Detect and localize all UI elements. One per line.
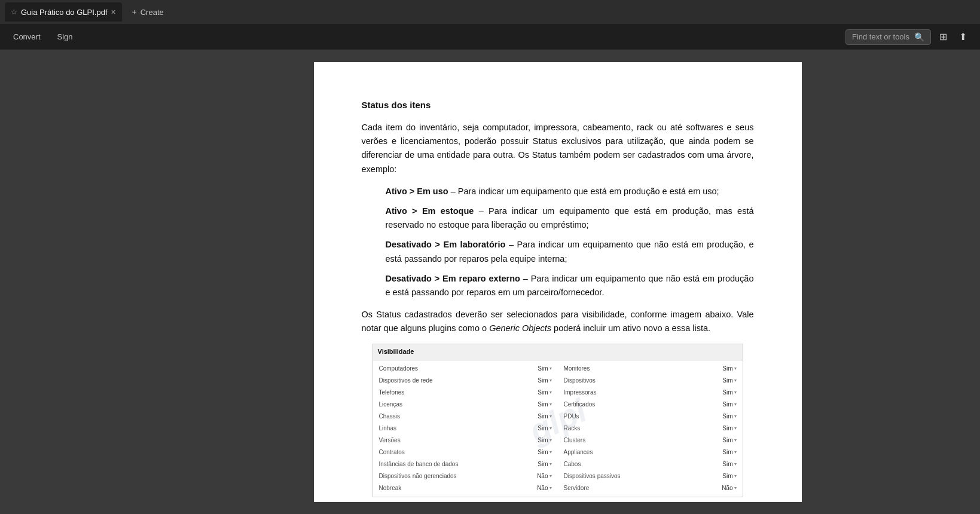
- vis-row: TelefonesSim ▾: [375, 387, 555, 399]
- paragraph-2: Os Status cadastrados deverão ser seleci…: [362, 308, 754, 335]
- vis-row-label: PDUs: [564, 412, 579, 421]
- bullet-item-1: Ativo > Em uso – Para indicar um equipam…: [386, 185, 754, 198]
- vis-row: LicençasSim ▾: [375, 399, 555, 411]
- vis-row-val: Sim ▾: [722, 388, 736, 397]
- vis-row-label: Chassis: [379, 412, 401, 421]
- share-button[interactable]: ⬆: [955, 29, 970, 45]
- vis-row: ComputadoresSim ▾: [375, 363, 555, 375]
- vis-row: ChassisSim ▾: [375, 411, 555, 423]
- vis-row-val: Sim ▾: [538, 460, 551, 469]
- vis-row-val: Sim ▾: [538, 388, 551, 397]
- vis-row-label: Linhas: [379, 424, 396, 433]
- bullet-bold-2: Ativo > Em estoque: [386, 206, 474, 216]
- vis-row: Dispositivos de redeSim ▾: [375, 375, 555, 387]
- vis-row: VersõesSim ▾: [375, 435, 555, 446]
- pdf-viewer[interactable]: Status dos itens Cada item do inventário…: [135, 50, 980, 514]
- bullet-list: Ativo > Em uso – Para indicar um equipam…: [386, 185, 754, 299]
- vis-row-label: Servidore: [564, 484, 590, 493]
- bullet-text-1: – Para indicar um equipamento que está e…: [448, 186, 719, 196]
- vis-row-label: Nobreak: [379, 484, 402, 493]
- vis-row-val: Não ▾: [722, 484, 736, 493]
- vis-row: ImpressorasSim ▾: [560, 387, 740, 399]
- vis-row-val: Sim ▾: [722, 460, 736, 469]
- vis-row-label: Dispositivos: [564, 376, 596, 386]
- vis-row-val: Sim ▾: [722, 364, 736, 374]
- vis-row: ContratosSim ▾: [375, 446, 555, 458]
- visibility-header: Visibilidade: [373, 344, 743, 360]
- vis-row-val: Sim ▾: [538, 412, 551, 421]
- vis-row-val: Não ▾: [537, 472, 551, 481]
- tab-pdf[interactable]: ☆ Guia Prático do GLPI.pdf ×: [5, 2, 122, 22]
- toolbar: Convert Sign Find text or tools 🔍 ⊞ ⬆: [0, 24, 980, 50]
- page-content: Status dos itens Cada item do inventário…: [314, 62, 802, 502]
- bullet-item-4: Desativado > Em reparo externo – Para in…: [386, 272, 754, 299]
- vis-row-label: Dispositivos de rede: [379, 376, 433, 386]
- vis-row-label: Racks: [564, 424, 581, 433]
- paragraph-1: Cada item do inventário, seja computador…: [362, 121, 754, 176]
- vis-row: PDUsSim ▾: [560, 411, 740, 423]
- plus-icon: ＋: [130, 7, 138, 17]
- section-title: Status dos itens: [362, 98, 754, 112]
- vis-row-label: Instâncias de banco de dados: [379, 460, 459, 469]
- vis-row-val: Sim ▾: [538, 436, 551, 445]
- vis-row: RacksSim ▾: [560, 423, 740, 435]
- vis-row-label: Certificados: [564, 400, 596, 409]
- tab-bar: ☆ Guia Prático do GLPI.pdf × ＋ Create: [0, 0, 980, 24]
- toolbar-left: Convert Sign: [10, 30, 77, 44]
- convert-button[interactable]: Convert: [10, 30, 44, 44]
- vis-row-val: Sim ▾: [722, 424, 736, 433]
- vis-row: MonitoresSim ▾: [560, 363, 740, 375]
- vis-row: AppliancesSim ▾: [560, 446, 740, 458]
- vis-row: CabosSim ▾: [560, 458, 740, 470]
- create-tab-button[interactable]: ＋ Create: [124, 2, 170, 22]
- bullet-bold-3: Desativado > Em laboratório: [386, 240, 506, 249]
- paragraph-2-end: poderá incluir um ativo novo a essa list…: [551, 323, 710, 333]
- search-icon: 🔍: [914, 32, 924, 42]
- vis-row-val: Sim ▾: [538, 364, 551, 374]
- vis-row-label: Telefones: [379, 388, 405, 397]
- vis-row: NobreakNão ▾: [375, 482, 555, 494]
- content-area: Status dos itens Cada item do inventário…: [0, 50, 980, 514]
- tab-label: Guia Prático do GLPI.pdf: [21, 8, 108, 17]
- vis-row-label: Appliances: [564, 448, 593, 457]
- vis-row-label: Cabos: [564, 460, 581, 469]
- vis-row-label: Computadores: [379, 364, 419, 374]
- vis-row-val: Sim ▾: [722, 400, 736, 409]
- vis-row: Instâncias de banco de dadosSim ▾: [375, 458, 555, 470]
- vis-row-val: Sim ▾: [722, 448, 736, 457]
- sidebar-left: [0, 50, 135, 514]
- vis-row-val: Sim ▾: [538, 376, 551, 386]
- sign-button[interactable]: Sign: [54, 30, 77, 44]
- toolbar-right: Find text or tools 🔍 ⊞ ⬆: [845, 29, 970, 45]
- vis-row-label: Licenças: [379, 400, 402, 409]
- bullet-item-2: Ativo > Em estoque – Para indicar um equ…: [386, 204, 754, 232]
- vis-row: CertificadosSim ▾: [560, 399, 740, 411]
- create-tab-label: Create: [141, 8, 164, 17]
- vis-row-label: Dispositivos não gerenciados: [379, 472, 457, 481]
- vis-row: Dispositivos passivosSim ▾: [560, 470, 740, 482]
- vis-row: ClustersSim ▾: [560, 435, 740, 446]
- star-icon: ☆: [11, 8, 17, 16]
- vis-col-left: ComputadoresSim ▾Dispositivos de redeSim…: [373, 360, 558, 497]
- bullet-bold-4: Desativado > Em reparo externo: [386, 274, 520, 283]
- vis-row-val: Sim ▾: [722, 412, 736, 421]
- vis-col-right: MonitoresSim ▾DispositivosSim ▾Impressor…: [558, 360, 743, 497]
- vis-row-val: Sim ▾: [538, 400, 551, 409]
- view-options-button[interactable]: ⊞: [936, 29, 951, 45]
- vis-row: DispositivosSim ▾: [560, 375, 740, 387]
- find-text: Find text or tools: [852, 32, 909, 41]
- vis-row-val: Sim ▾: [722, 436, 736, 445]
- vis-row-val: Sim ▾: [722, 472, 736, 481]
- vis-row: Dispositivos não gerenciadosNão ▾: [375, 470, 555, 482]
- vis-row-val: Não ▾: [537, 484, 551, 493]
- find-bar[interactable]: Find text or tools 🔍: [845, 29, 931, 45]
- vis-row-label: Versões: [379, 436, 401, 445]
- vis-row-label: Clusters: [564, 436, 586, 445]
- visibility-body: ComputadoresSim ▾Dispositivos de redeSim…: [373, 360, 743, 497]
- bullet-bold-1: Ativo > Em uso: [386, 186, 448, 196]
- vis-row: ServidoreNão ▾: [560, 482, 740, 494]
- bullet-item-3: Desativado > Em laboratório – Para indic…: [386, 238, 754, 265]
- tab-close-icon[interactable]: ×: [111, 7, 116, 17]
- vis-row-label: Impressoras: [564, 388, 597, 397]
- vis-row-val: Sim ▾: [538, 424, 551, 433]
